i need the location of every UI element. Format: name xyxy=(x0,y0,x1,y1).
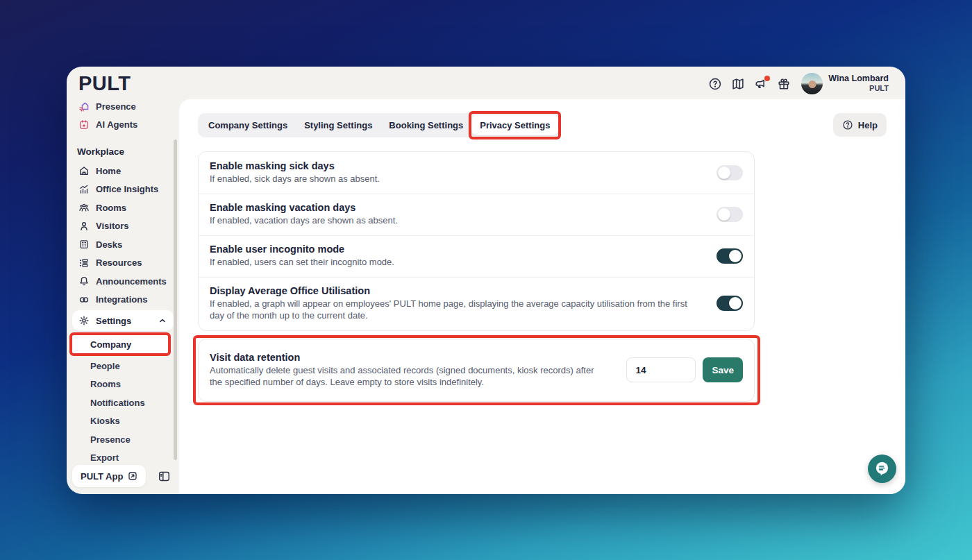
setting-description: If enabled, users can set their incognit… xyxy=(210,257,700,269)
chevron-up-icon xyxy=(158,316,167,325)
setting-description: If enabled, sick days are shown as absen… xyxy=(210,173,700,185)
user-meta: Wina Lombard PULT xyxy=(828,74,889,93)
tab-label: Privacy Settings xyxy=(480,120,550,130)
tab-booking-settings[interactable]: Booking Settings xyxy=(380,115,471,135)
tab-company-settings[interactable]: Company Settings xyxy=(200,115,296,135)
privacy-settings-card: Enable masking sick daysIf enabled, sick… xyxy=(198,151,755,331)
sidebar-item-label: Visitors xyxy=(96,221,128,231)
pult-app-label: PULT App xyxy=(81,471,123,482)
chat-bubble-icon xyxy=(873,459,891,478)
sidebar-items: HomeOffice InsightsRoomsVisitorsDesksRes… xyxy=(67,162,179,309)
visit-retention-text: Visit data retention Automatically delet… xyxy=(210,352,600,389)
sidebar-item-label: Resources xyxy=(96,257,142,268)
sidebar-item-presence[interactable]: Presence xyxy=(67,97,179,116)
toggle-knob xyxy=(718,208,730,221)
sidebar-item-label: Home xyxy=(96,166,121,176)
sidebar-pinned-items: PresenceAI Agents xyxy=(67,97,179,134)
toggle-switch[interactable] xyxy=(717,296,743,311)
sidebar-item-announcements[interactable]: Announcements xyxy=(67,272,179,291)
sidebar-subitem-notifications[interactable]: Notifications xyxy=(67,393,179,412)
tab-privacy-settings[interactable]: Privacy Settings xyxy=(471,115,558,135)
help-button[interactable]: Help xyxy=(833,113,887,137)
setting-description: If enabled, vacation days are shown as a… xyxy=(210,215,700,227)
settings-row: Enable masking vacation daysIf enabled, … xyxy=(199,194,754,235)
announcements-icon xyxy=(78,275,90,287)
sidebar-scrollbar[interactable] xyxy=(174,139,177,460)
notification-dot xyxy=(764,76,770,81)
sidebar-item-integrations[interactable]: Integrations xyxy=(67,291,179,309)
settings-row-text: Display Average Office UtilisationIf ena… xyxy=(210,285,700,322)
settings-row: Enable user incognito modeIf enabled, us… xyxy=(199,235,754,277)
sidebar: PresenceAI Agents Workplace HomeOffice I… xyxy=(67,97,179,494)
save-button[interactable]: Save xyxy=(703,357,743,382)
sidebar-subitem-label: Kiosks xyxy=(90,416,120,426)
sidebar-item-ai-agents[interactable]: AI Agents xyxy=(67,116,179,135)
sidebar-subitem-label: Company xyxy=(90,339,131,350)
settings-row: Display Average Office UtilisationIf ena… xyxy=(199,277,754,330)
gear-icon xyxy=(78,315,90,326)
setting-title: Enable user incognito mode xyxy=(210,244,700,255)
sidebar-item-office-insights[interactable]: Office Insights xyxy=(67,180,179,199)
sidebar-section-label: Workplace xyxy=(67,141,179,162)
toggle-knob xyxy=(718,167,730,179)
external-link-icon xyxy=(128,471,137,481)
toggle-switch[interactable] xyxy=(717,165,743,180)
integrations-icon xyxy=(78,294,90,305)
setting-title: Enable masking sick days xyxy=(210,160,700,171)
help-circle-icon xyxy=(842,119,853,130)
insights-icon xyxy=(78,184,90,195)
map-icon[interactable] xyxy=(731,77,745,91)
sidebar-subitem-people[interactable]: People xyxy=(67,357,179,375)
retention-days-input[interactable] xyxy=(626,357,696,382)
settings-row: Enable masking sick daysIf enabled, sick… xyxy=(199,153,754,194)
sidebar-subitem-presence[interactable]: Presence xyxy=(67,430,179,449)
app-window: PULT Wina Lombard PULT PresenceAI Agents… xyxy=(67,67,905,494)
user-menu[interactable]: Wina Lombard PULT xyxy=(801,73,889,94)
sidebar-item-visitors[interactable]: Visitors xyxy=(67,217,179,236)
user-org: PULT xyxy=(869,84,889,93)
sidebar-item-settings[interactable]: Settings xyxy=(72,310,174,331)
setting-title: Enable masking vacation days xyxy=(210,202,700,213)
sidebar-subitem-rooms[interactable]: Rooms xyxy=(67,375,179,394)
sidebar-item-label: Rooms xyxy=(96,203,126,213)
tab-label: Styling Settings xyxy=(304,120,372,130)
sidebar-item-rooms[interactable]: Rooms xyxy=(67,198,179,217)
toggle-switch[interactable] xyxy=(717,248,743,264)
sidebar-item-label: Announcements xyxy=(96,276,167,287)
sidebar-subitem-kiosks[interactable]: Kiosks xyxy=(67,412,179,431)
collapse-sidebar-icon[interactable] xyxy=(158,470,171,483)
sidebar-item-home[interactable]: Home xyxy=(67,162,179,180)
sidebar-item-label: Office Insights xyxy=(96,184,158,194)
pult-app-button[interactable]: PULT App xyxy=(72,465,146,487)
sidebar-subitem-label: Rooms xyxy=(90,379,121,389)
settings-row-text: Enable masking sick daysIf enabled, sick… xyxy=(210,160,700,185)
header-right: Wina Lombard PULT xyxy=(708,73,889,94)
sidebar-item-label: Integrations xyxy=(96,294,147,305)
visit-retention-title: Visit data retention xyxy=(210,352,600,363)
home-icon xyxy=(78,165,90,176)
desks-icon xyxy=(78,239,90,250)
sidebar-item-resources[interactable]: Resources xyxy=(67,254,179,273)
gift-icon[interactable] xyxy=(777,77,791,91)
setting-description: If enabled, a graph will appear on emplo… xyxy=(210,298,700,322)
user-name: Wina Lombard xyxy=(828,74,889,84)
tab-styling-settings[interactable]: Styling Settings xyxy=(296,115,380,135)
visitors-icon xyxy=(78,221,90,232)
toggle-switch[interactable] xyxy=(717,207,743,222)
sidebar-item-desks[interactable]: Desks xyxy=(67,235,179,254)
ai-agents-icon xyxy=(78,119,90,130)
help-circle-icon[interactable] xyxy=(708,77,722,91)
visit-retention-card: Visit data retention Automatically delet… xyxy=(198,339,755,402)
toggle-knob xyxy=(729,297,741,309)
resources-icon xyxy=(78,257,90,269)
sidebar-subitem-company[interactable]: Company xyxy=(69,332,171,356)
visit-retention-description: Automatically delete guest visits and as… xyxy=(210,365,600,389)
sidebar-item-label: AI Agents xyxy=(96,119,137,130)
chat-fab-button[interactable] xyxy=(868,455,896,483)
pult-logo: PULT xyxy=(78,74,131,94)
avatar[interactable] xyxy=(801,73,823,94)
visit-retention-controls: Save xyxy=(626,357,743,382)
megaphone-icon[interactable] xyxy=(754,77,768,91)
sidebar-subitem-label: People xyxy=(90,361,120,371)
help-label: Help xyxy=(858,120,878,130)
